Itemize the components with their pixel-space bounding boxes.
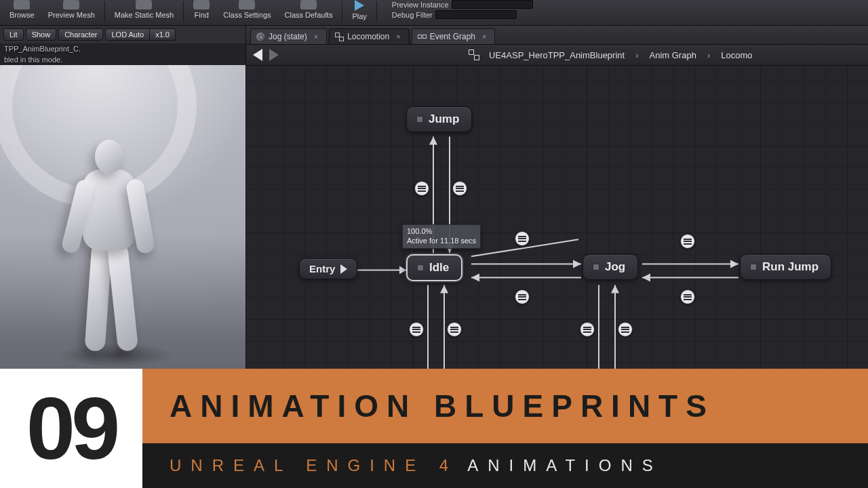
svg-marker-7: [573, 260, 581, 268]
toolbar-class-settings[interactable]: Class Settings: [216, 0, 277, 19]
state-node-jump[interactable]: Jump: [406, 106, 472, 132]
viewport-character-button[interactable]: Character: [58, 28, 103, 41]
state-node-crouch[interactable]: Crouch: [394, 384, 470, 410]
preview-instance-label: Preview Instance: [392, 1, 449, 9]
crumb-root[interactable]: UE4ASP_HeroTPP_AnimBlueprint: [489, 50, 625, 60]
viewport-show-button[interactable]: Show: [26, 28, 57, 41]
state-icon: [256, 33, 264, 41]
viewport-pause-icon[interactable]: [218, 473, 226, 484]
viewport-lit-button[interactable]: Lit: [3, 28, 24, 41]
close-icon[interactable]: ×: [314, 33, 318, 41]
viewport-info-1: TPP_AnimBlueprint_C.: [0, 43, 245, 54]
transition-rule[interactable]: [618, 322, 633, 337]
transition-rule[interactable]: [447, 322, 462, 337]
state-node-crouch-walk[interactable]: Crouch Walk: [566, 384, 671, 410]
toolbar-preview-mesh[interactable]: Preview Mesh: [41, 0, 102, 19]
statemachine-icon: [335, 33, 343, 41]
svg-marker-11: [730, 260, 738, 268]
svg-marker-13: [642, 273, 650, 281]
transition-rule[interactable]: [680, 234, 695, 249]
graph-tab-bar: Jog (state)× Locomotion× Event Graph×: [246, 26, 868, 45]
svg-marker-1: [399, 266, 406, 274]
chevron-right-icon: ›: [707, 50, 710, 60]
debug-filter-dropdown[interactable]: [435, 10, 517, 19]
svg-marker-17: [440, 285, 448, 293]
svg-marker-9: [471, 273, 479, 281]
close-icon[interactable]: ×: [396, 33, 400, 41]
play-icon: [340, 264, 347, 274]
toolbar-debug-section: Preview Instance Debug Filter: [392, 0, 533, 19]
viewport-record-icon[interactable]: [201, 473, 212, 484]
statemachine-icon: [469, 49, 479, 60]
chevron-right-icon: ›: [635, 50, 638, 60]
viewport-panel: Lit Show Character LOD Auto x1.0 TPP_Ani…: [0, 26, 246, 488]
transition-rule[interactable]: [515, 289, 530, 304]
viewport-info-2: bled in this mode.: [0, 54, 245, 65]
viewport-step-icon[interactable]: [233, 473, 240, 484]
breadcrumb-row: UE4ASP_HeroTPP_AnimBlueprint › Anim Grap…: [246, 45, 868, 66]
debug-filter-label: Debug Filter: [392, 11, 433, 19]
viewport-3d[interactable]: [0, 65, 245, 488]
toolbar-play[interactable]: Play: [345, 0, 373, 20]
toolbar-find[interactable]: Find: [186, 0, 216, 19]
tab-locomotion[interactable]: Locomotion×: [329, 28, 409, 44]
transition-rule[interactable]: [517, 369, 532, 384]
mannequin-preview: [54, 140, 163, 363]
viewport-lod-button[interactable]: LOD Auto: [105, 28, 150, 41]
transition-rule[interactable]: [680, 289, 695, 304]
svg-marker-21: [611, 285, 619, 293]
state-machine-graph[interactable]: Jump 100.0% Active for 11.18 secs Entry …: [246, 66, 868, 488]
transition-rule[interactable]: [414, 181, 429, 196]
svg-marker-24: [557, 388, 565, 396]
toolbar-browse[interactable]: Browse: [3, 0, 41, 19]
main-toolbar: Browse Preview Mesh Make Static Mesh Fin…: [0, 0, 868, 26]
svg-marker-3: [429, 137, 437, 145]
entry-node[interactable]: Entry: [299, 258, 357, 279]
state-node-run-jump[interactable]: Run Jump: [740, 254, 831, 280]
nav-back-button[interactable]: [253, 49, 262, 61]
tab-jog-state[interactable]: Jog (state)×: [250, 28, 327, 44]
viewport-playback-controls: [201, 473, 240, 484]
close-icon[interactable]: ×: [482, 33, 486, 41]
state-node-jog[interactable]: Jog: [583, 254, 638, 280]
crumb-locomotion[interactable]: Locomo: [721, 50, 752, 60]
svg-marker-26: [482, 401, 490, 409]
tab-event-graph[interactable]: Event Graph×: [412, 28, 496, 44]
transition-rule[interactable]: [580, 322, 595, 337]
viewport-button-row: Lit Show Character LOD Auto x1.0: [0, 26, 245, 43]
preview-instance-dropdown[interactable]: [452, 0, 533, 9]
toolbar-class-defaults[interactable]: Class Defaults: [278, 0, 340, 19]
state-tooltip: 100.0% Active for 11.18 secs: [402, 224, 481, 249]
state-node-idle[interactable]: Idle: [406, 254, 462, 281]
transition-rule[interactable]: [409, 322, 424, 337]
nav-forward-button[interactable]: [269, 49, 279, 61]
eventgraph-icon: [418, 33, 426, 41]
toolbar-make-static-mesh[interactable]: Make Static Mesh: [108, 0, 180, 19]
transition-rule[interactable]: [452, 181, 467, 196]
viewport-speed-button[interactable]: x1.0: [150, 28, 176, 41]
crumb-anim-graph[interactable]: Anim Graph: [650, 50, 696, 60]
transition-rule[interactable]: [515, 231, 530, 246]
